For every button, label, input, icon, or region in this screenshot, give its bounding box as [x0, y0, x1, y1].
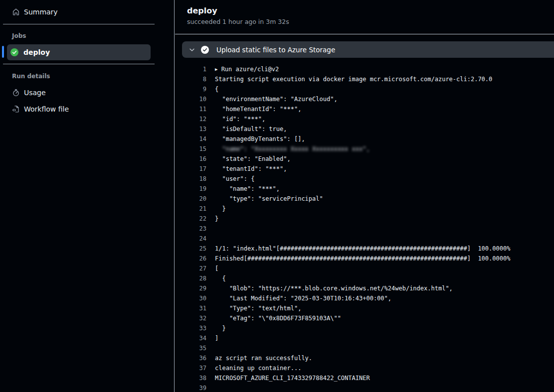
log-line: 29 "Blob": "https://***.blob.core.window… [175, 283, 554, 293]
log-line-number[interactable]: 31 [175, 303, 206, 313]
log-line-number[interactable]: 19 [175, 184, 206, 194]
log-line: 10 "environmentName": "AzureCloud", [175, 94, 554, 104]
log-line-number[interactable]: 30 [175, 293, 206, 303]
log-line: 33 } [175, 323, 554, 333]
job-title: deploy [187, 6, 554, 15]
log-line-number[interactable]: 35 [175, 343, 206, 353]
sidebar-item-label: Workflow file [24, 105, 69, 113]
log-line-number[interactable]: 20 [175, 194, 206, 204]
log-line: 32 "eTag": "\"0x8DD6F73F859103A\"" [175, 313, 554, 323]
redacted-log-text: "name": "Xxxxxxxxx Xxxxx Xxxxxxxxxx xxx"… [215, 145, 370, 152]
log-line: 20 "type": "servicePrincipal" [175, 194, 554, 204]
log-line: 14 "managedByTenants": [], [175, 134, 554, 144]
sidebar-item-usage[interactable]: Usage [0, 84, 174, 101]
log-line: 26Finished[#############################… [175, 254, 554, 263]
sidebar-job-deploy[interactable]: deploy [7, 44, 151, 60]
log-line: 19 "name": "***", [175, 184, 554, 194]
log-group-header[interactable]: ▶ Run azure/cli@v2 [215, 64, 279, 74]
log-line-number[interactable]: 29 [175, 283, 206, 293]
log-line-text: Finished[###############################… [215, 254, 510, 263]
log-line-number[interactable]: 24 [175, 234, 206, 244]
log-line: 12 "id": "***", [175, 114, 554, 124]
sidebar-item-summary[interactable]: Summary [0, 3, 174, 20]
chevron-down-icon[interactable] [188, 46, 195, 53]
step-title: Upload static files to Azure Storage [216, 46, 335, 54]
sidebar-item-workflow-file[interactable]: Workflow file [0, 101, 174, 117]
log-line-number[interactable]: 14 [175, 134, 206, 144]
log-line-text: } [215, 204, 226, 214]
log-line: 18 "user": { [175, 174, 554, 184]
log-line-text: { [215, 273, 226, 283]
log-lines: 1▶ Run azure/cli@v28Starting script exec… [175, 58, 554, 392]
log-line: 31 "Type": "text/html", [175, 303, 554, 313]
log-line: 34] [175, 333, 554, 343]
log-line-text: { [215, 84, 218, 94]
log-line: 17 "tenantId": "***", [175, 164, 554, 174]
log-line-number[interactable]: 1 [175, 64, 206, 74]
log-line-number[interactable]: 10 [175, 94, 206, 104]
sidebar-divider [3, 24, 155, 24]
expand-group-icon[interactable]: ▶ [215, 64, 217, 74]
log-line: 38MICROSOFT_AZURE_CLI_1743329788422_CONT… [175, 373, 554, 383]
log-line-number[interactable]: 12 [175, 114, 206, 124]
job-status-line: succeeded 1 hour ago in 3m 32s [187, 18, 554, 25]
log-line-text: MICROSOFT_AZURE_CLI_1743329788422_CONTAI… [215, 373, 370, 383]
job-header: deploy succeeded 1 hour ago in 3m 32s [175, 0, 554, 34]
success-check-icon [10, 48, 18, 56]
log-line-number[interactable]: 25 [175, 244, 206, 254]
sidebar-item-label: Usage [24, 89, 46, 97]
log-line-number[interactable]: 17 [175, 164, 206, 174]
log-line-text: 1/1: "index.html"[######################… [215, 244, 510, 254]
log-line-number[interactable]: 13 [175, 124, 206, 134]
log-line-text: "tenantId": "***", [215, 164, 287, 174]
log-line-number[interactable]: 28 [175, 273, 206, 283]
log-line-number[interactable]: 23 [175, 224, 206, 234]
file-code-icon [12, 105, 20, 113]
log-line: 37cleaning up container... [175, 363, 554, 373]
log-line-number[interactable]: 32 [175, 313, 206, 323]
log-line-number[interactable]: 21 [175, 204, 206, 214]
log-line-number[interactable]: 34 [175, 333, 206, 343]
log-line-number[interactable]: 39 [175, 383, 206, 392]
log-line-number[interactable]: 15 [175, 144, 206, 154]
log-line-text: "id": "***", [215, 114, 265, 124]
log-line-text: ] [215, 333, 218, 343]
log-line-text: "environmentName": "AzureCloud", [215, 94, 338, 104]
log-line-number[interactable]: 16 [175, 154, 206, 164]
log-line-number[interactable]: 11 [175, 104, 206, 114]
log-line: 16 "state": "Enabled", [175, 154, 554, 164]
log-line-text: "eTag": "\"0x8DD6F73F859103A\"" [215, 313, 341, 323]
job-log-panel: deploy succeeded 1 hour ago in 3m 32s Up… [175, 0, 554, 392]
log-line: 11 "homeTenantId": "***", [175, 104, 554, 114]
log-line-number[interactable]: 8 [175, 74, 206, 84]
log-line-text: Starting script execution via docker ima… [215, 74, 492, 84]
step-header-upload-static-files[interactable]: Upload static files to Azure Storage [182, 41, 554, 58]
log-line-text: "managedByTenants": [], [215, 134, 305, 144]
home-icon [12, 8, 20, 16]
log-line: 35 [175, 343, 554, 353]
log-line-text: [ [215, 263, 218, 273]
log-line-text: "name": "***", [215, 184, 280, 194]
log-line-number[interactable]: 38 [175, 373, 206, 383]
log-line-text: az script ran successfully. [215, 353, 312, 363]
log-line: 251/1: "index.html"[####################… [175, 244, 554, 254]
log-line-number[interactable]: 18 [175, 174, 206, 184]
log-line-number[interactable]: 36 [175, 353, 206, 363]
log-line-number[interactable]: 26 [175, 254, 206, 263]
log-line-number[interactable]: 27 [175, 263, 206, 273]
log-line-number[interactable]: 22 [175, 214, 206, 224]
log-line-text: } [215, 323, 226, 333]
selected-job-accent-bar [2, 46, 4, 58]
log-line-number[interactable]: 37 [175, 363, 206, 373]
sidebar-divider [3, 64, 155, 64]
log-line-text: "type": "servicePrincipal" [215, 194, 323, 204]
sidebar-item-label: Summary [24, 8, 58, 16]
log-line: 27[ [175, 263, 554, 273]
log-line-number[interactable]: 33 [175, 323, 206, 333]
log-line-text: "name": "Xxxxxxxxx Xxxxx Xxxxxxxxxx xxx"… [215, 144, 370, 154]
log-line-text: "isDefault": true, [215, 124, 287, 134]
log-line-text: "state": "Enabled", [215, 154, 291, 164]
log-line: 39 [175, 383, 554, 392]
log-line-number[interactable]: 9 [175, 84, 206, 94]
log-line: 36az script ran successfully. [175, 353, 554, 363]
